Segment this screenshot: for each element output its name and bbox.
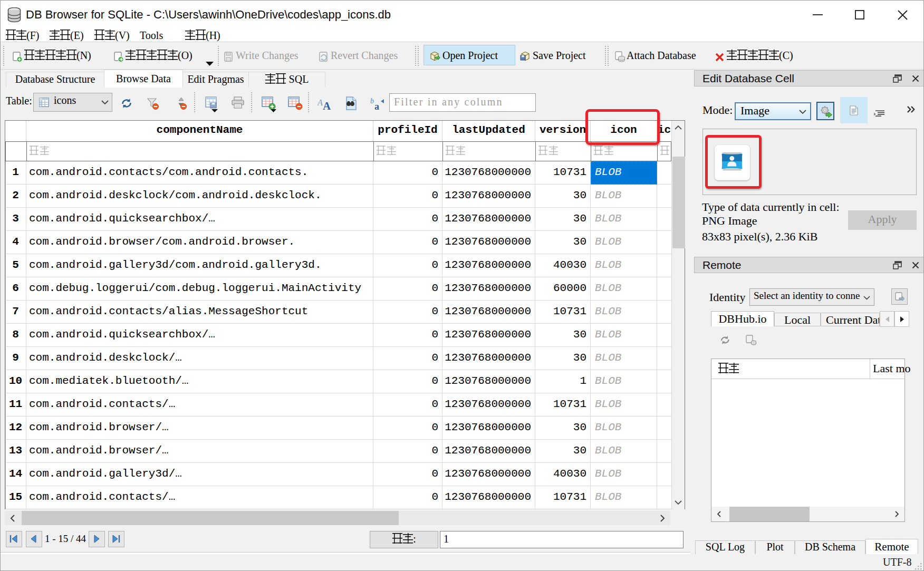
svg-text:b: b [370,97,374,105]
svg-text:a: a [374,101,379,111]
svg-text:A: A [323,100,331,111]
svg-text:A: A [317,98,323,107]
